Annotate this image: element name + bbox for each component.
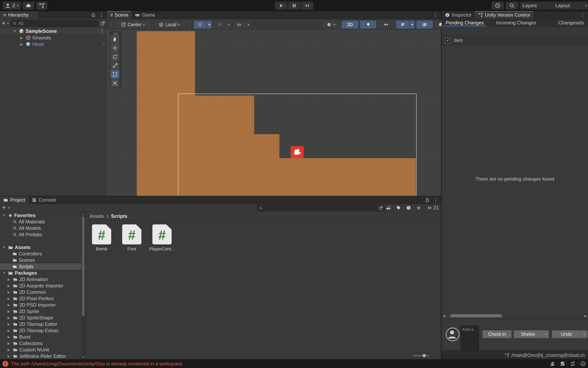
- check-in-button[interactable]: Check in: [482, 330, 512, 338]
- foldout-collapsed-icon[interactable]: ▶: [6, 309, 11, 313]
- tree-row-all-materials[interactable]: All Materials: [0, 219, 86, 225]
- kebab-menu-icon[interactable]: ⋮: [99, 29, 105, 34]
- kebab-menu-icon[interactable]: ⋮: [433, 197, 438, 203]
- hidden-packages-button[interactable]: [404, 205, 413, 211]
- uvc-horizontal-scrollbar[interactable]: ◀ ▶: [441, 313, 588, 319]
- tree-row-scenes[interactable]: Scenes: [0, 257, 86, 263]
- measure-tool-button[interactable]: [233, 21, 245, 29]
- kebab-menu-icon[interactable]: ⋮: [580, 12, 585, 18]
- progress-status-button[interactable]: [578, 359, 588, 368]
- foldout-collapsed-icon[interactable]: ▶: [6, 277, 11, 282]
- tree-row-package[interactable]: ▶Collections: [0, 340, 86, 347]
- play-button[interactable]: [275, 2, 287, 9]
- rotate-tool[interactable]: [110, 53, 119, 61]
- tree-row-package[interactable]: ▶Custom NUnit: [0, 347, 86, 353]
- chevron-down-icon[interactable]: ▾: [7, 22, 9, 25]
- snap-increment-button[interactable]: [213, 21, 226, 29]
- select-all-checkbox[interactable]: ✓: [445, 37, 451, 44]
- subtab-pending-changes[interactable]: Pending Changes: [443, 19, 487, 26]
- project-tree-scrollbar[interactable]: ▲ ▼: [81, 212, 85, 359]
- pause-button[interactable]: [288, 2, 300, 9]
- foldout-collapsed-icon[interactable]: ▶: [6, 290, 11, 294]
- asset-item-foot[interactable]: # Foot: [119, 224, 145, 252]
- tree-row-package[interactable]: ▶2D Common: [0, 289, 86, 295]
- kebab-menu-icon[interactable]: ⋮: [99, 12, 104, 18]
- tree-row-packages[interactable]: ▼ Packages: [0, 270, 86, 276]
- checkin-comment-input[interactable]: [461, 325, 479, 351]
- cloud-services-button[interactable]: [23, 2, 34, 9]
- subtab-incoming-changes[interactable]: Incoming Changes: [493, 19, 539, 26]
- toolbar-grip[interactable]: [110, 21, 112, 28]
- branch-path[interactable]: /main@Ooo@tj_zzoonng@cloud.cn: [511, 353, 585, 358]
- foldout-collapsed-icon[interactable]: ▶: [6, 303, 11, 307]
- toolbar-grip[interactable]: [189, 21, 191, 28]
- open-in-new-icon[interactable]: [100, 21, 105, 26]
- tree-row-package[interactable]: ▶2D Sprite: [0, 308, 86, 315]
- lock-icon[interactable]: [91, 12, 96, 18]
- hierarchy-row-head[interactable]: ▶ Head ›: [0, 41, 107, 47]
- scene-visibility-toggle[interactable]: [416, 21, 433, 29]
- scene-lighting-toggle[interactable]: [360, 21, 377, 29]
- visibility-toggle-button[interactable]: 21: [425, 205, 441, 211]
- search-by-type-button[interactable]: [384, 205, 392, 211]
- foldout-collapsed-icon[interactable]: ▶: [6, 354, 11, 359]
- transform-tool[interactable]: [110, 79, 119, 87]
- scrollbar-thumb[interactable]: [82, 216, 85, 316]
- tree-row-package[interactable]: ▶2D PSD Importer: [0, 302, 86, 308]
- add-gameobject-button[interactable]: +: [2, 20, 6, 26]
- tree-row-scripts[interactable]: Scripts: [0, 263, 86, 270]
- measure-tool-dropdown[interactable]: ▾: [246, 21, 251, 29]
- shelve-button[interactable]: Shelve: [514, 330, 542, 338]
- tree-row-package[interactable]: ▶2D Tilemap Extras: [0, 327, 86, 334]
- asset-item-bomb[interactable]: # Bomb: [89, 224, 115, 252]
- tab-inspector[interactable]: Inspector: [441, 11, 475, 19]
- undo-button[interactable]: Undo: [552, 330, 581, 338]
- undo-dropdown[interactable]: ▾: [581, 330, 588, 338]
- foldout-open-icon[interactable]: ▼: [2, 213, 6, 217]
- foldout-open-icon[interactable]: ▼: [2, 245, 6, 249]
- foldout-collapsed-icon[interactable]: ▶: [6, 297, 11, 301]
- cache-server-disconnected-button[interactable]: [557, 359, 568, 368]
- layout-dropdown[interactable]: Layout ▾: [553, 2, 588, 9]
- tree-row-assets[interactable]: ▼ Assets: [0, 244, 86, 251]
- tool-handle-position-dropdown[interactable]: Center ▾: [115, 21, 151, 29]
- foldout-collapsed-icon[interactable]: ▶: [6, 284, 11, 288]
- tree-row-package[interactable]: ▶JetBrains Rider Editor: [0, 353, 86, 359]
- version-control-button[interactable]: [36, 2, 47, 9]
- global-search-button[interactable]: [505, 2, 518, 9]
- status-error[interactable]: ! The path /Users/zong/Documents/Unity/O…: [0, 361, 182, 367]
- search-by-label-button[interactable]: [395, 205, 403, 211]
- tab-unity-version-control[interactable]: Unity Version Control: [475, 11, 533, 19]
- toolstrip-drag-handle[interactable]: [113, 33, 118, 33]
- tab-project[interactable]: Project: [0, 196, 28, 204]
- undo-history-button[interactable]: [491, 2, 504, 9]
- hierarchy-row-scene[interactable]: ▼ SampleScene ⋮: [0, 28, 107, 35]
- chevron-down-icon[interactable]: ▾: [8, 206, 10, 210]
- breadcrumb-scripts[interactable]: Scripts: [111, 213, 127, 219]
- add-asset-button[interactable]: +: [2, 204, 6, 211]
- scene-effects-toggle[interactable]: [396, 21, 409, 29]
- scroll-down-icon[interactable]: ▼: [82, 356, 85, 359]
- audio-mute-toggle[interactable]: [378, 21, 395, 29]
- thumbnail-size-slider[interactable]: [413, 355, 429, 356]
- scroll-up-icon[interactable]: ▲: [82, 213, 85, 216]
- tab-hierarchy[interactable]: ≡ Hierarchy: [0, 11, 38, 19]
- slider-knob[interactable]: [423, 354, 426, 357]
- hierarchy-search-input[interactable]: [18, 21, 96, 26]
- move-tool[interactable]: [110, 44, 119, 52]
- subtab-changesets[interactable]: Changesets: [556, 19, 587, 26]
- toolstrip-drag-handle[interactable]: [113, 34, 118, 34]
- tree-row-controllers[interactable]: Controllers: [0, 251, 86, 257]
- asset-item-playercontroller[interactable]: # PlayerCont...: [149, 224, 175, 252]
- tree-row-package[interactable]: ▶2D Pixel Perfect: [0, 295, 86, 302]
- tree-row-package[interactable]: ▶2D Animation: [0, 276, 86, 283]
- tab-game[interactable]: Game: [131, 11, 158, 19]
- account-button[interactable]: Z ▾: [3, 2, 21, 9]
- tree-row-all-models[interactable]: All Models: [0, 225, 86, 231]
- rect-tool[interactable]: [110, 70, 119, 79]
- lock-icon[interactable]: [425, 197, 430, 202]
- favorites-filter-button[interactable]: ★: [414, 205, 423, 211]
- tree-row-package[interactable]: ▶2D Aseprite Importer: [0, 283, 86, 289]
- step-button[interactable]: [301, 2, 313, 9]
- scrollbar-thumb[interactable]: [450, 314, 502, 317]
